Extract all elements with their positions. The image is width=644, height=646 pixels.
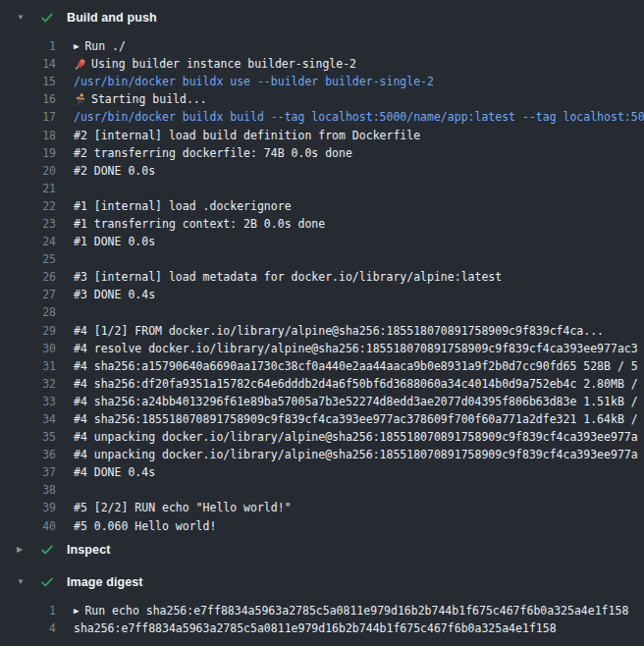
log-text: /usr/bin/docker buildx use --builder bui… xyxy=(74,75,434,88)
log-line: 20 ▶ #2 DONE 0.0s xyxy=(0,162,644,180)
line-number[interactable]: 37 xyxy=(0,465,56,479)
log-line: 1 ▶ Run ./ xyxy=(0,37,644,55)
log-text: #4 [1/2] FROM docker.io/library/alpine@s… xyxy=(74,324,604,338)
line-number[interactable]: 19 xyxy=(0,146,56,160)
line-number[interactable]: 17 xyxy=(0,110,56,124)
section-build-and-push: ▼ Build and push 1 ▶ Run ./ 14 xyxy=(0,7,644,539)
log-line: 17 ▶ /usr/bin/docker buildx build --tag … xyxy=(0,108,644,126)
log-line: 27 ▶ #3 DONE 0.4s xyxy=(0,286,644,303)
line-number[interactable]: 23 xyxy=(0,217,56,231)
log-text: #4 unpacking docker.io/library/alpine@sh… xyxy=(74,430,638,444)
log-text: #3 [internal] load metadata for docker.i… xyxy=(74,270,502,284)
log-line: 25 ▶ xyxy=(0,250,644,268)
chevron-down-icon[interactable]: ▼ xyxy=(17,578,27,586)
success-check-icon xyxy=(40,575,54,589)
line-number[interactable]: 40 xyxy=(0,519,56,533)
line-number[interactable]: 32 xyxy=(0,377,56,391)
success-check-icon xyxy=(40,543,54,557)
log-lines-image-digest: 1 ▶ Run echo sha256:e7ff8834a5963a2785c5… xyxy=(0,593,644,641)
log-line: 32 ▶ #4 sha256:df20fa9351a15782c64e6dddb… xyxy=(0,375,644,393)
line-number[interactable]: 28 xyxy=(0,305,56,319)
log-text: #4 sha256:185518070891758909c9f839cf4ca3… xyxy=(74,412,638,426)
log-line: 36 ▶ #4 unpacking docker.io/library/alpi… xyxy=(0,446,644,463)
log-line: 29 ▶ #4 [1/2] FROM docker.io/library/alp… xyxy=(0,322,644,340)
section-title: Build and push xyxy=(67,11,157,25)
log-line: 18 ▶ #2 [internal] load build definition… xyxy=(0,126,644,143)
line-number[interactable]: 31 xyxy=(0,359,56,373)
log-line: 34 ▶ #4 sha256:185518070891758909c9f839c… xyxy=(0,410,644,428)
log-line: 33 ▶ #4 sha256:a24bb4013296f61e89ba57005… xyxy=(0,393,644,410)
log-line: 16 ▶ Starting build... xyxy=(0,90,644,108)
line-number[interactable]: 14 xyxy=(0,57,56,71)
run-group-caret-icon[interactable]: ▶ xyxy=(74,41,79,51)
line-number[interactable]: 16 xyxy=(0,92,56,106)
line-number[interactable]: 26 xyxy=(0,270,56,284)
line-number[interactable]: 38 xyxy=(0,483,56,497)
log-text: #2 DONE 0.0s xyxy=(74,164,155,178)
log-text: Using builder instance builder-single-2 xyxy=(91,57,356,71)
line-number[interactable]: 27 xyxy=(0,288,56,301)
log-line: 22 ▶ #1 [internal] load .dockerignore xyxy=(0,197,644,215)
section-header-inspect[interactable]: ▶ Inspect xyxy=(0,539,644,561)
line-number[interactable]: 4 xyxy=(0,621,56,635)
line-number[interactable]: 33 xyxy=(0,395,56,408)
section-title: Inspect xyxy=(67,543,110,557)
section-image-digest: ▼ Image digest 1 ▶ Run echo sha256:e7ff8… xyxy=(0,571,644,641)
log-line: 35 ▶ #4 unpacking docker.io/library/alpi… xyxy=(0,428,644,446)
log-text: #4 sha256:df20fa9351a15782c64e6dddb2d4a6… xyxy=(74,377,638,391)
chevron-right-icon[interactable]: ▶ xyxy=(17,546,27,554)
line-number[interactable]: 20 xyxy=(0,164,56,178)
log-line: 23 ▶ #1 transferring context: 2B 0.0s do… xyxy=(0,215,644,233)
log-text: Starting build... xyxy=(91,92,207,106)
line-number[interactable]: 1 xyxy=(0,39,56,53)
log-line: 30 ▶ #4 resolve docker.io/library/alpine… xyxy=(0,340,644,357)
log-text: #5 0.060 Hello world! xyxy=(74,519,216,533)
line-number[interactable]: 22 xyxy=(0,199,56,213)
pushpin-icon xyxy=(74,58,86,71)
section-header-image-digest[interactable]: ▼ Image digest xyxy=(0,571,644,593)
log-line: 38 ▶ xyxy=(0,481,644,499)
log-text: #5 [2/2] RUN echo "Hello world!" xyxy=(74,501,292,514)
log-line: 21 ▶ xyxy=(0,180,644,197)
log-line: 40 ▶ #5 0.060 Hello world! xyxy=(0,517,644,535)
log-text: Run echo sha256:e7ff8834a5963a2785c5a081… xyxy=(84,604,628,618)
run-group-caret-icon[interactable]: ▶ xyxy=(74,606,79,616)
line-number[interactable]: 18 xyxy=(0,129,56,142)
section-inspect: ▶ Inspect xyxy=(0,539,644,561)
chevron-down-icon[interactable]: ▼ xyxy=(17,14,27,22)
line-number[interactable]: 35 xyxy=(0,430,56,444)
runner-icon xyxy=(74,93,86,106)
log-line: 37 ▶ #4 DONE 0.4s xyxy=(0,463,644,481)
log-line: 14 ▶ Using builder instance builder-sing… xyxy=(0,55,644,73)
log-text: /usr/bin/docker buildx build --tag local… xyxy=(74,110,644,124)
line-number[interactable]: 15 xyxy=(0,75,56,88)
log-line: 39 ▶ #5 [2/2] RUN echo "Hello world!" xyxy=(0,499,644,516)
log-text: #1 DONE 0.0s xyxy=(74,235,155,248)
log-text: #3 DONE 0.4s xyxy=(74,288,155,301)
log-lines-build-and-push: 1 ▶ Run ./ 14 ▶ xyxy=(0,28,644,539)
log-text: #4 unpacking docker.io/library/alpine@sh… xyxy=(74,448,638,461)
log-line: 19 ▶ #2 transferring dockerfile: 74B 0.0… xyxy=(0,144,644,162)
section-header-build-and-push[interactable]: ▼ Build and push xyxy=(0,7,644,28)
line-number[interactable]: 29 xyxy=(0,324,56,338)
log-text: #4 sha256:a15790640a6690aa1730c38cf0a440… xyxy=(74,359,638,373)
log-line: 1 ▶ Run echo sha256:e7ff8834a5963a2785c5… xyxy=(0,602,644,619)
section-title: Image digest xyxy=(67,575,143,589)
line-number[interactable]: 1 xyxy=(0,604,56,618)
line-number[interactable]: 25 xyxy=(0,252,56,266)
log-text: #2 transferring dockerfile: 74B 0.0s don… xyxy=(74,146,352,160)
line-number[interactable]: 36 xyxy=(0,448,56,461)
log-text: #4 sha256:a24bb4013296f61e89ba57005a7b3e… xyxy=(74,395,638,408)
workflow-log-console: ▼ Build and push 1 ▶ Run ./ 14 xyxy=(0,0,644,646)
log-line: 26 ▶ #3 [internal] load metadata for doc… xyxy=(0,268,644,286)
line-number[interactable]: 24 xyxy=(0,235,56,248)
log-line: 4 ▶ sha256:e7ff8834a5963a2785c5a0811e979… xyxy=(0,619,644,637)
log-text: sha256:e7ff8834a5963a2785c5a0811e979d16b… xyxy=(74,621,557,635)
line-number[interactable]: 21 xyxy=(0,182,56,195)
log-text: Run ./ xyxy=(84,39,126,53)
line-number[interactable]: 34 xyxy=(0,412,56,426)
line-number[interactable]: 30 xyxy=(0,342,56,355)
line-number[interactable]: 39 xyxy=(0,501,56,514)
log-text: #4 resolve docker.io/library/alpine@sha2… xyxy=(74,342,638,355)
success-check-icon xyxy=(40,11,54,25)
